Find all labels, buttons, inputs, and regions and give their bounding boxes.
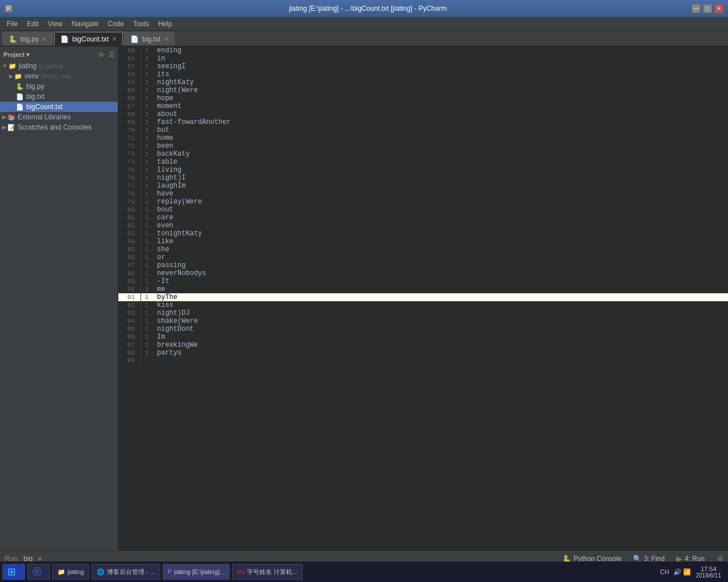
tab-big-py[interactable]: 🐍big.py✕ [2,32,53,45]
start-button[interactable]: ⊞ [2,564,25,580]
line-number: 80 [118,206,141,214]
code-line: 811care [118,214,728,222]
line-number: 89 [118,277,141,285]
code-line: 921kiss [118,301,728,309]
tab-close-big-py[interactable]: ✕ [42,36,47,42]
maximize-button[interactable]: □ [703,4,712,13]
clock[interactable]: 17:54 2018/6/11 [696,566,722,579]
taskbar-pycharm[interactable]: P jiating [E:\jiating]... [163,564,230,580]
line-number: 62 [118,63,141,70]
line-number: 70 [118,126,141,134]
line-number: 87 [118,261,141,269]
menu-item-navigate[interactable]: Navigate [67,19,103,29]
line-content: like [152,238,728,246]
line-content: passing [152,261,728,269]
line-content: laughIm [152,182,728,190]
line-count: 1 [141,70,152,78]
line-number: 94 [118,317,141,325]
menu-item-help[interactable]: Help [154,19,177,29]
line-content: hope [152,94,728,102]
tree-item-scratches[interactable]: ▶ 📝 Scratches and Consoles [0,122,118,132]
ps-icon: Ps [237,568,245,575]
line-number: 78 [118,190,141,198]
tab-close-big-txt[interactable]: ✕ [164,36,168,42]
line-number: 63 [118,70,141,78]
code-lines: 601ending611in621seeingI631its641nightKa… [118,47,728,364]
code-line: 661hope [118,94,728,102]
line-number: 88 [118,269,141,277]
editor-area: 601ending611in621seeingI631its641nightKa… [118,47,728,550]
line-content: neverNobodys [152,269,728,277]
menu-item-file[interactable]: File [2,19,22,29]
code-line: 691fast-fowardAnother [118,118,728,126]
tab-close-bigcount-txt[interactable]: ✕ [112,36,117,42]
code-line: 851she [118,246,728,253]
line-number: 82 [118,222,141,230]
line-number: 69 [118,118,141,126]
line-content: kiss [152,301,728,309]
code-line: 741table [118,158,728,166]
line-count: 1 [141,325,152,333]
line-content: partys [152,349,728,357]
tab-big-txt[interactable]: 📄big.txt✕ [124,32,175,45]
line-number: 73 [118,150,141,158]
line-number: 68 [118,110,141,118]
sidebar-layout-icon[interactable]: ☰ [109,51,114,59]
code-line: 671moment [118,102,728,110]
tree-item-venv[interactable]: ▶ 📁 venv library root [0,71,118,81]
code-line: 801bout [118,206,728,214]
tree-item-bigcount-txt[interactable]: 📄 bigCount.txt [0,102,118,112]
taskbar-ps[interactable]: Ps 字号姓名 计算机... [232,564,303,580]
code-line: 651night(Were [118,86,728,94]
menu-item-view[interactable]: View [43,19,67,29]
menu-item-tools[interactable]: Tools [129,19,154,29]
code-line: 681about [118,110,728,118]
title-bar: P jiating [E:\jiating] - ...\bigCount.tx… [0,0,728,17]
line-count: 1 [141,174,152,182]
taskbar-jiating[interactable]: 📁 jiating [52,564,89,580]
tree-item-external-libs[interactable]: ▶ 📚 External Libraries [0,112,118,122]
code-line: 601ending [118,47,728,55]
line-count: 1 [141,142,152,150]
taskbar-icons: 🔊 📶 [673,568,691,576]
tree-item-big-txt[interactable]: 📄 big.txt [0,92,118,102]
line-content: ending [152,47,728,55]
menu-item-code[interactable]: Code [103,19,129,29]
line-count: 1 [141,118,152,126]
code-line: 871passing [118,261,728,269]
minimize-button[interactable]: — [692,4,701,13]
sidebar-header: Project ▾ ⚙ ☰ [0,49,118,61]
close-button[interactable]: ✕ [714,4,723,13]
line-count: 1 [141,110,152,118]
sidebar-gear-icon[interactable]: ⚙ [98,51,104,59]
tab-label-bigcount-txt: bigCount.txt [72,35,109,43]
line-content: about [152,110,728,118]
tree-item-jiating[interactable]: ▼ 📁 jiating E:\jiating [0,61,118,71]
line-count: 1 [141,166,152,174]
file-tab-icon-big-py: 🐍 [9,35,17,43]
date-display: 2018/6/11 [696,572,722,579]
line-content: tonightKaty [152,230,728,238]
tree-item-big-py[interactable]: 🐍 big.py [0,81,118,92]
line-number: 61 [118,55,141,63]
editor-content[interactable]: 601ending611in621seeingI631its641nightKa… [118,47,728,550]
code-line: 891-It [118,277,728,285]
tab-bigcount-txt[interactable]: 📄bigCount.txt✕ [54,32,123,45]
taskbar-browser[interactable]: 🌐 博客后台管理 - ... [92,564,160,580]
file-tab-icon-bigcount-txt: 📄 [60,35,69,43]
line-content: care [152,214,728,222]
txt-file-icon: 📄 [16,93,24,101]
windows-logo-icon: ⊞ [7,566,16,578]
line-number: 92 [118,301,141,309]
line-count: 1 [141,102,152,110]
taskbar-ie[interactable]: ⓔ [27,564,50,580]
line-number: 93 [118,309,141,317]
line-number: 67 [118,102,141,110]
line-content: me [152,285,728,293]
line-count: 1 [141,86,152,94]
window-title: jiating [E:\jiating] - ...\bigCount.txt … [44,5,692,13]
ie-icon: ⓔ [32,566,42,578]
line-count: 1 [141,341,152,349]
line-content: living [152,166,728,174]
menu-item-edit[interactable]: Edit [22,19,43,29]
